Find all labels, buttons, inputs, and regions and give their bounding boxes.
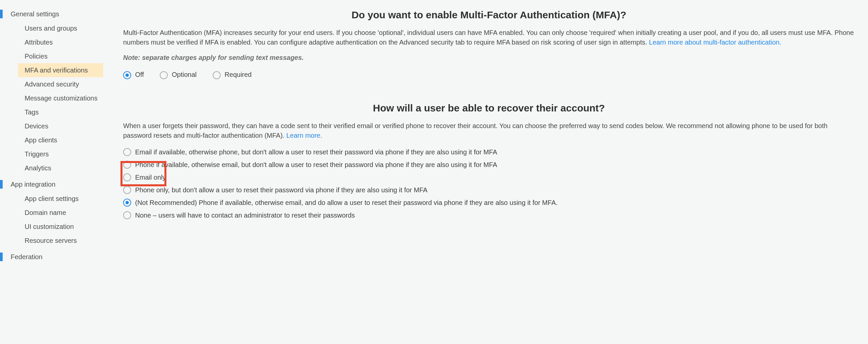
sidebar-item[interactable]: Advanced security [25, 77, 103, 91]
mfa-option[interactable]: Off [123, 70, 144, 79]
radio-label: (Not Recommended) Phone if available, ot… [135, 198, 558, 208]
radio-label: Optional [172, 71, 197, 79]
sidebar: General settingsUsers and groupsAttribut… [0, 0, 103, 344]
sidebar-item[interactable]: Triggers [25, 147, 103, 161]
radio-label: Email if available, otherwise phone, but… [135, 147, 497, 157]
mfa-note: Note: separate charges apply for sending… [123, 54, 855, 62]
radio-icon[interactable] [123, 71, 131, 79]
radio-icon[interactable] [123, 161, 131, 169]
recovery-option[interactable]: Email if available, otherwise phone, but… [123, 147, 855, 157]
nav-heading-label: Federation [11, 253, 42, 261]
sidebar-item[interactable]: Message customizations [25, 91, 103, 105]
sidebar-item[interactable]: Users and groups [25, 21, 103, 35]
sidebar-item[interactable]: Attributes [25, 35, 103, 49]
nav-heading-marker-icon [0, 10, 3, 18]
mfa-option[interactable]: Optional [160, 70, 197, 79]
nav-heading-label: General settings [11, 10, 59, 18]
nav-heading-label: App integration [11, 181, 56, 188]
radio-label: Email only [135, 172, 166, 182]
nav-heading[interactable]: Federation [0, 250, 103, 264]
nav-sublist: Users and groupsAttributesPoliciesMFA an… [0, 21, 103, 175]
nav-heading-marker-icon [0, 180, 3, 189]
radio-icon[interactable] [123, 211, 131, 219]
radio-icon[interactable] [123, 173, 131, 181]
mfa-heading: Do you want to enable Multi-Factor Authe… [123, 9, 855, 21]
radio-label: None – users will have to contact an adm… [135, 210, 355, 220]
radio-label: Off [135, 71, 144, 79]
mfa-body: Multi-Factor Authentication (MFA) increa… [123, 28, 855, 47]
nav-heading[interactable]: General settings [0, 7, 103, 21]
recovery-body-text: When a user forgets their password, they… [123, 122, 827, 139]
sidebar-item[interactable]: MFA and verifications [18, 63, 103, 77]
radio-icon[interactable] [123, 198, 131, 207]
sidebar-item[interactable]: Devices [25, 119, 103, 133]
recovery-body: When a user forgets their password, they… [123, 121, 855, 140]
nav-sublist: App client settingsDomain nameUI customi… [0, 192, 103, 248]
nav-heading-marker-icon [0, 252, 3, 261]
recovery-learn-more-link[interactable]: Learn more. [286, 132, 322, 139]
main-content: Do you want to enable Multi-Factor Authe… [103, 0, 868, 344]
nav-section: App integrationApp client settingsDomain… [0, 177, 103, 248]
recovery-radio-group: Email if available, otherwise phone, but… [123, 147, 855, 220]
mfa-radio-group: OffOptionalRequired [123, 70, 855, 79]
sidebar-item[interactable]: Analytics [25, 161, 103, 175]
sidebar-item[interactable]: UI customization [25, 220, 103, 233]
radio-icon[interactable] [123, 148, 131, 156]
nav-heading[interactable]: App integration [0, 177, 103, 192]
radio-label: Phone if available, otherwise email, but… [135, 160, 497, 170]
recovery-option[interactable]: Phone if available, otherwise email, but… [123, 160, 855, 170]
radio-icon[interactable] [123, 186, 131, 194]
recovery-heading: How will a user be able to recover their… [123, 102, 855, 114]
mfa-learn-more-link[interactable]: Learn more about multi-factor authentica… [649, 39, 781, 46]
recovery-option[interactable]: (Not Recommended) Phone if available, ot… [123, 198, 855, 208]
sidebar-item[interactable]: Policies [25, 49, 103, 63]
recovery-option[interactable]: None – users will have to contact an adm… [123, 210, 855, 220]
radio-label: Phone only, but don't allow a user to re… [135, 185, 427, 195]
radio-icon[interactable] [160, 71, 168, 79]
sidebar-item[interactable]: App client settings [25, 192, 103, 206]
nav-section: General settingsUsers and groupsAttribut… [0, 7, 103, 175]
sidebar-item[interactable]: App clients [25, 133, 103, 147]
recovery-option[interactable]: Email only [123, 172, 855, 182]
nav-section: Federation [0, 250, 103, 264]
sidebar-item[interactable]: Tags [25, 105, 103, 119]
mfa-option[interactable]: Required [213, 70, 252, 79]
recovery-option[interactable]: Phone only, but don't allow a user to re… [123, 185, 855, 195]
radio-icon[interactable] [213, 71, 221, 79]
sidebar-item[interactable]: Domain name [25, 206, 103, 220]
radio-label: Required [225, 71, 252, 79]
sidebar-item[interactable]: Resource servers [25, 233, 103, 248]
